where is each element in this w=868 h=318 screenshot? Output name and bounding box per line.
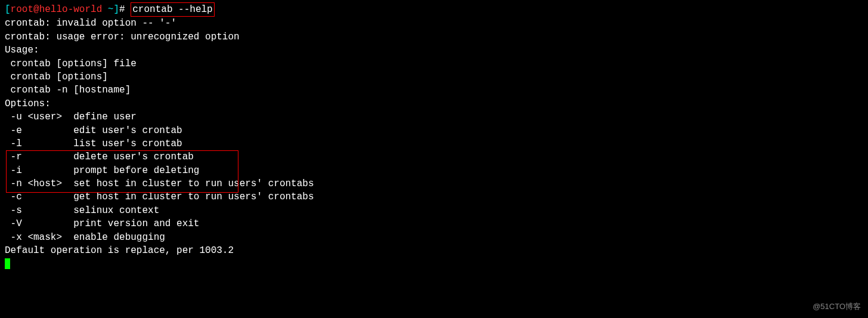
options-highlight-box <box>6 150 238 193</box>
output-line: crontab [options] file <box>5 57 863 70</box>
output-line: crontab [options] <box>5 70 863 84</box>
command-highlight-box: crontab --help <box>131 2 214 17</box>
prompt-hash: # <box>119 4 131 15</box>
output-line: -l list user's crontab <box>5 137 863 150</box>
prompt-at: @ <box>33 4 39 15</box>
output-line: -x <mask> enable debugging <box>5 231 863 244</box>
output-line: Options: <box>5 97 863 110</box>
prompt-host: hello-world <box>39 4 103 15</box>
prompt-close-bracket: ] <box>113 4 119 15</box>
prompt-open-bracket: [ <box>5 4 11 15</box>
output-line: -u <user> define user <box>5 110 863 124</box>
output-line: Default operation is replace, per 1003.2 <box>5 244 863 257</box>
watermark-text: @51CTO博客 <box>813 301 861 312</box>
prompt-path: ~ <box>102 4 113 15</box>
output-line: crontab: usage error: unrecognized optio… <box>5 30 863 44</box>
output-line: Usage: <box>5 44 863 57</box>
cursor-line[interactable] <box>5 257 863 270</box>
output-line: -V print version and exit <box>5 217 863 230</box>
output-line: -e edit user's crontab <box>5 124 863 137</box>
prompt-line[interactable]: [root@hello-world ~]# crontab --help <box>5 2 863 17</box>
prompt-user: root <box>11 4 33 15</box>
output-line: crontab -n [hostname] <box>5 84 863 97</box>
cursor-block <box>5 258 10 269</box>
command-text: crontab --help <box>132 4 212 15</box>
output-line: -s selinux context <box>5 204 863 217</box>
output-line: crontab: invalid option -- '-' <box>5 17 863 30</box>
